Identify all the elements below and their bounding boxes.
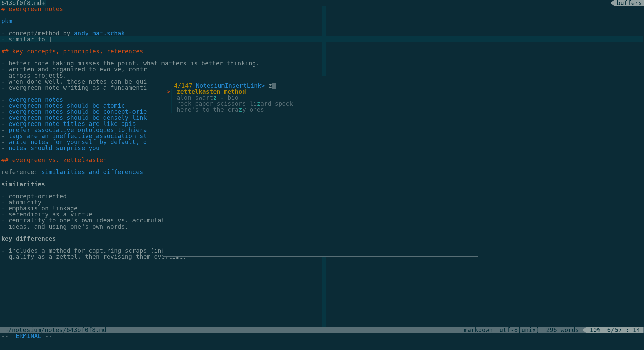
fzf-results[interactable]: >zettelkasten method alon swartz - bio r… [167, 89, 478, 113]
status-line: ~/notesium/notes/643bf0f8.md markdown ut… [0, 327, 644, 333]
wikilink[interactable]: andy matuschak [74, 30, 125, 37]
separator-icon [610, 0, 614, 6]
text: ideas, and using one's own words. [9, 223, 129, 230]
status-encoding: utf-8[unix] [496, 327, 543, 333]
wikilink[interactable]: pkm [1, 17, 12, 24]
command-line: -- TERMINAL -- [0, 333, 644, 339]
fzf-result-text: here's to the crazy ones [177, 107, 264, 113]
buffers-button[interactable]: buffers [614, 0, 644, 6]
heading-2: ## key concepts, principles, references [1, 48, 143, 55]
fzf-prompt-line[interactable]: NotesiumInsertLink> z [167, 77, 478, 83]
status-wordcount: 296 words [543, 327, 582, 333]
fzf-popup[interactable]: NotesiumInsertLink> z 4/147 >zettelkaste… [163, 76, 478, 257]
wikilink[interactable]: similarities and differences [41, 168, 143, 176]
editor-area[interactable]: # evergreen notes pkm - concept/method b… [0, 6, 644, 327]
heading-2: ## evergreen vs. zettelkasten [1, 156, 107, 163]
tab-line: 643bf0f8.md+ buffers [0, 0, 644, 6]
text: evergreen note writing as a fundamenti [9, 84, 147, 91]
bold-text: key differences [1, 235, 56, 242]
status-percent: 10% [586, 327, 604, 333]
separator-icon [582, 327, 586, 333]
mode-indicator: TERMINAL [12, 332, 42, 339]
fzf-marker-bar [171, 101, 172, 107]
fzf-marker-bar [171, 107, 172, 113]
status-filetype: markdown [460, 327, 496, 333]
cursor-icon [272, 83, 276, 89]
fzf-marker-bar [171, 89, 172, 95]
text: qualify as a zettel, then revising them … [9, 253, 187, 260]
cursor-line: - similar to [ [0, 36, 643, 42]
status-position: 6/57 : 14 [604, 327, 643, 333]
fzf-pointer-icon [167, 107, 171, 113]
wikilink[interactable]: notes should surprise you [9, 144, 100, 151]
fzf-query: z [268, 82, 272, 89]
heading-1: # evergreen notes [1, 5, 63, 12]
text: reference: [1, 168, 41, 176]
bold-text: similarities [1, 181, 45, 188]
fzf-marker-bar [171, 95, 172, 101]
tabline-right: buffers [610, 0, 644, 6]
fzf-result-item[interactable]: here's to the crazy ones [167, 107, 478, 113]
